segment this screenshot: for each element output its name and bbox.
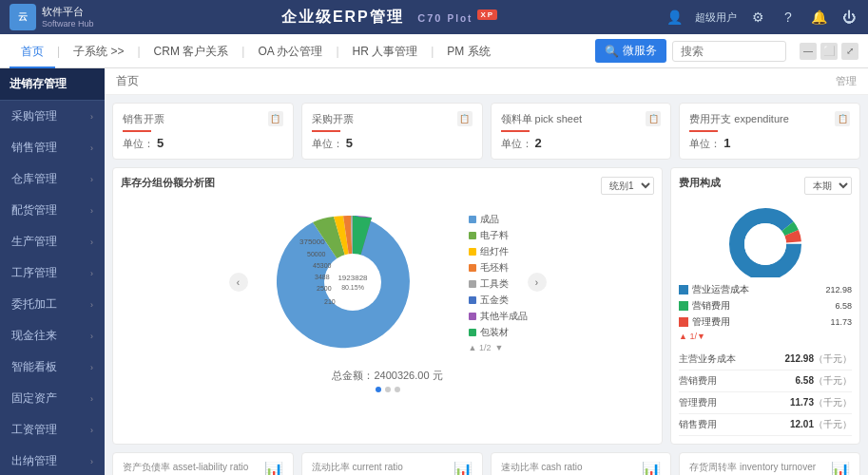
- svg-text:45300: 45300: [313, 262, 332, 269]
- sidebar-item-assets[interactable]: 固定资产 ›: [0, 383, 105, 414]
- divider: [123, 130, 151, 132]
- legend-electronics: 电子料: [469, 229, 528, 242]
- sidebar-item-sales[interactable]: 销售管理 ›: [0, 132, 105, 163]
- dot-marketing: [679, 301, 688, 311]
- arrow-icon: ›: [90, 269, 93, 278]
- content-area: 首页 管理 销售开票 📋 单位： 5 采购开票 📋: [105, 68, 868, 475]
- stat-marketing: 营销费用 6.58（千元）: [679, 370, 852, 392]
- bottom-metrics-row: 资产负债率 asset-liability ratio 35.96% 📊 流动比…: [105, 452, 868, 475]
- sidebar: 进销存管理 采购管理 › 销售管理 › 仓库管理 › 配货管理 › 生产管理 ›…: [0, 68, 105, 475]
- arrow-icon: ›: [90, 206, 93, 216]
- sidebar-item-cash[interactable]: 现金往来 ›: [0, 320, 105, 352]
- nav-pm[interactable]: PM 系统: [435, 34, 501, 68]
- sidebar-item-payroll[interactable]: 工资管理 ›: [0, 414, 105, 446]
- pie-chart-panel: 库存分组份额分析图 统别1 ‹: [112, 167, 663, 445]
- svg-text:50000: 50000: [307, 251, 326, 257]
- dot-3[interactable]: [395, 387, 400, 392]
- chart-icon-3: 📊: [831, 461, 850, 475]
- divider: [689, 130, 718, 132]
- legend-semi: 其他半成品: [469, 310, 528, 323]
- period-select[interactable]: 本期: [804, 177, 852, 195]
- legend-dot: [469, 216, 476, 223]
- pie-page-indicator: ▲ 1/2 ▼: [469, 343, 528, 352]
- divider: [312, 130, 340, 132]
- arrow-icon: ›: [90, 300, 93, 310]
- legend-blank: 毛坯料: [469, 261, 528, 275]
- header-actions: 👤 超级用户 ⚙ ? 🔔 ⏻: [665, 8, 858, 27]
- trend-indicator: ▲ 1/▼: [679, 332, 852, 341]
- arrow-icon: ›: [90, 426, 93, 435]
- nav-subsystem[interactable]: 子系统 >>: [62, 34, 135, 68]
- version-label: C70 Plot XP: [417, 12, 497, 24]
- nav-home[interactable]: 首页: [10, 34, 55, 68]
- nav-bar: 首页 | 子系统 >> | CRM 客户关系 | OA 办公管理 | HR 人事…: [0, 34, 868, 68]
- pie-next-button[interactable]: ›: [528, 273, 547, 292]
- cost-legend: 营业运营成本 212.98 营销费用 6.58 管理费用 11.73 ▲ 1/▼: [679, 283, 852, 341]
- search-input[interactable]: [672, 41, 786, 62]
- bell-icon[interactable]: 🔔: [809, 8, 828, 27]
- logo-text: 软件平台 Software Hub: [42, 6, 94, 28]
- microservice-button[interactable]: 🔍 微服务: [595, 39, 666, 63]
- nav-hr[interactable]: HR 人事管理: [341, 34, 430, 68]
- svg-text:375000: 375000: [299, 238, 325, 246]
- sidebar-item-distribution[interactable]: 配货管理 ›: [0, 195, 105, 226]
- arrow-icon: ›: [90, 112, 93, 122]
- stat-admin: 管理费用 11.73（千元）: [679, 392, 852, 414]
- arrow-icon: ›: [90, 332, 93, 341]
- card-icon-0: 📋: [268, 111, 283, 126]
- arrow-icon: ›: [90, 363, 93, 372]
- arrow-icon: ›: [90, 457, 93, 466]
- help-icon[interactable]: ?: [779, 8, 798, 27]
- stat-ops: 主营业务成本 212.98（千元）: [679, 349, 852, 370]
- dot-ops-cost: [679, 285, 688, 294]
- legend-lamp: 组灯件: [469, 245, 528, 258]
- restore-button[interactable]: ⬜: [820, 43, 838, 60]
- svg-text:210: 210: [324, 298, 336, 305]
- pie-legend: 成品 电子料 组灯件 毛坯料: [469, 213, 528, 352]
- card-sales-invoice: 销售开票 📋 单位： 5: [112, 103, 294, 160]
- arrow-icon: ›: [90, 238, 93, 247]
- sidebar-item-process[interactable]: 工序管理 ›: [0, 257, 105, 289]
- legend-packaging: 包装材: [469, 326, 528, 339]
- metric-inventory-turnover: 存货周转率 inventory turnover 11.01% 📊: [679, 452, 860, 475]
- maximize-button[interactable]: ⤢: [841, 43, 858, 60]
- divider: [501, 130, 530, 132]
- pagination-dots: [121, 383, 654, 396]
- breadcrumb-action[interactable]: 管理: [836, 74, 857, 88]
- user-icon[interactable]: 👤: [665, 8, 684, 27]
- minimize-button[interactable]: —: [800, 43, 817, 60]
- sidebar-item-outsourcing[interactable]: 委托加工 ›: [0, 289, 105, 320]
- donut-svg: [718, 201, 813, 277]
- metric-asset-liability: 资产负债率 asset-liability ratio 35.96% 📊: [112, 452, 294, 475]
- card-purchase-invoice: 采购开票 📋 单位： 5: [301, 103, 483, 160]
- user-label: 超级用户: [695, 10, 737, 25]
- dot-2[interactable]: [385, 387, 391, 392]
- sidebar-header: 进销存管理: [0, 68, 105, 101]
- sidebar-item-production[interactable]: 生产管理 ›: [0, 226, 105, 257]
- logo-area: 云 软件平台 Software Hub: [10, 4, 114, 30]
- settings-icon[interactable]: ⚙: [748, 8, 767, 27]
- pie-prev-button[interactable]: ‹: [229, 273, 248, 292]
- card-icon-1: 📋: [457, 111, 473, 126]
- sidebar-item-cashier[interactable]: 出纳管理 ›: [0, 446, 105, 475]
- sidebar-item-purchase[interactable]: 采购管理 ›: [0, 101, 105, 132]
- top-header: 云 软件平台 Software Hub 企业级ERP管理 C70 Plot XP…: [0, 0, 868, 34]
- sidebar-item-warehouse[interactable]: 仓库管理 ›: [0, 163, 105, 195]
- donut-chart-area: [679, 201, 852, 277]
- logo-icon: 云: [10, 4, 36, 30]
- svg-text:1923828: 1923828: [338, 274, 368, 282]
- nav-oa[interactable]: OA 办公管理: [246, 34, 334, 68]
- charts-row: 库存分组份额分析图 统别1 ‹: [105, 167, 868, 452]
- nav-crm[interactable]: CRM 客户关系: [143, 34, 241, 68]
- arrow-icon: ›: [90, 394, 93, 404]
- card-expenditure: 费用开支 expenditure 📋 单位： 1: [679, 103, 860, 160]
- svg-text:3488: 3488: [315, 274, 330, 280]
- main-layout: 进销存管理 采购管理 › 销售管理 › 仓库管理 › 配货管理 › 生产管理 ›…: [0, 68, 868, 475]
- chart-icon-2: 📊: [642, 461, 661, 475]
- dot-1[interactable]: [376, 387, 381, 392]
- sidebar-item-kanban[interactable]: 智能看板 ›: [0, 352, 105, 383]
- pie-filter-select[interactable]: 统别1: [601, 177, 654, 195]
- power-icon[interactable]: ⏻: [839, 8, 858, 27]
- header-title: 企业级ERP管理 C70 Plot XP: [114, 8, 665, 28]
- pie-total: 总金额：2400326.00 元: [121, 369, 654, 383]
